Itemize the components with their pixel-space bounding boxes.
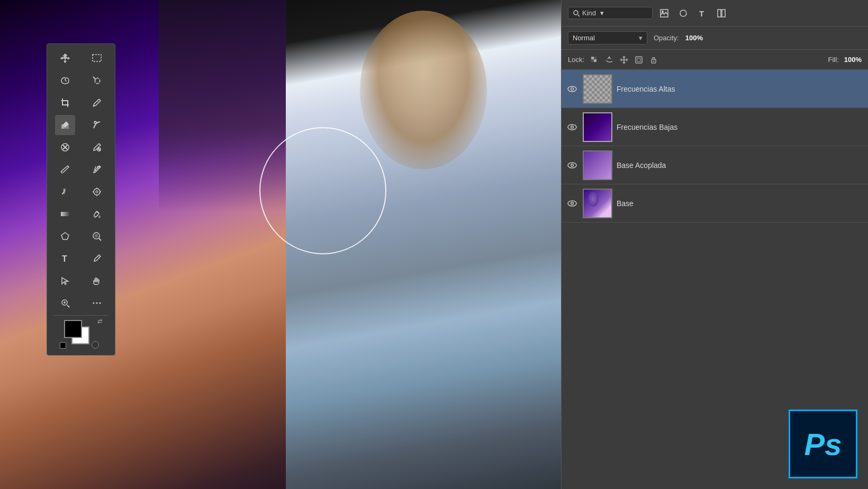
layer-item-frecuencias-bajas[interactable]: Frecuencias Bajas [562,108,868,146]
svg-point-37 [93,303,95,304]
man-face [360,11,487,170]
spot-heal-tool[interactable] [55,137,75,157]
color-swatch-area: ⇄ [60,318,102,349]
tool-separator [53,315,108,316]
lock-all-icon[interactable] [649,55,658,65]
brush-tool[interactable] [55,159,75,180]
svg-line-7 [97,101,99,102]
svg-point-61 [572,126,573,128]
blend-mode-select[interactable]: Normal ▾ [568,31,647,45]
svg-point-3 [97,77,98,78]
lock-transparent-pixels-icon[interactable] [590,55,599,65]
svg-line-41 [578,15,580,16]
quick-mask-icon[interactable] [92,341,99,349]
layer-name-base-acoplada: Base Acoplada [617,161,864,170]
lock-artboard-icon[interactable] [634,55,644,65]
svg-line-32 [98,256,100,257]
svg-rect-46 [718,10,721,17]
svg-point-55 [653,60,654,61]
opacity-label: Opacity: [654,34,679,42]
search-icon [573,10,580,17]
blend-mode-chevron: ▾ [639,34,643,42]
foreground-color-swatch[interactable] [64,320,82,338]
layer-item-frecuencias-altas[interactable]: Frecuencias Altas [562,70,868,108]
layer-visibility-base[interactable] [566,197,578,210]
reset-colors-icon[interactable] [60,342,66,349]
svg-point-5 [95,81,96,82]
zoom-tool[interactable] [55,293,75,313]
svg-line-2 [93,77,96,79]
svg-line-16 [98,148,100,150]
tool-row-12 [49,293,113,313]
svg-point-6 [97,83,98,84]
swap-colors-icon[interactable]: ⇄ [97,318,102,325]
red-eye-tool[interactable] [87,137,107,157]
svg-point-17 [61,172,64,174]
layer-visibility-base-acoplada[interactable] [566,159,578,172]
tool-row-9 [49,226,113,246]
tool-row-10: T [49,248,113,269]
svg-text:T: T [62,254,67,263]
tool-row-2 [49,70,113,91]
blur-tool[interactable] [87,182,107,202]
kind-chevron: ▾ [600,9,604,17]
text-tool[interactable]: T [55,248,75,269]
svg-rect-48 [591,57,594,59]
pen-tool[interactable] [87,248,107,269]
stamp-tool[interactable] [87,159,107,180]
layer-visibility-frecuencias-bajas[interactable] [566,121,578,134]
eyedropper-tool[interactable] [87,93,107,113]
svg-point-40 [574,11,578,15]
svg-rect-53 [637,58,640,61]
arrow-tool[interactable] [55,271,75,291]
svg-point-20 [95,190,98,193]
hand-tool[interactable] [87,271,107,291]
lock-image-pixels-icon[interactable] [604,55,614,65]
filter-type-icon[interactable]: T [695,6,710,21]
filter-shape-icon[interactable] [714,6,729,21]
fill-value[interactable]: 100% [844,56,862,64]
layer-thumb-frecuencias-altas [583,74,612,104]
svg-point-43 [662,11,664,13]
svg-point-30 [95,234,98,237]
tool-row-5 [49,137,113,157]
layers-toolbar: Kind ▾ T [562,0,868,26]
svg-point-4 [99,81,100,82]
svg-marker-27 [61,233,69,239]
svg-rect-49 [594,59,596,62]
lock-position-icon[interactable] [619,55,629,65]
layer-name-frecuencias-bajas: Frecuencias Bajas [617,123,864,131]
marquee-tool[interactable] [87,48,107,68]
svg-point-38 [96,303,98,304]
eraser-tool[interactable] [55,115,75,135]
svg-rect-47 [722,10,725,17]
history-brush-tool[interactable] [87,115,107,135]
svg-point-67 [572,202,573,204]
gradient-tool[interactable] [55,204,75,224]
bucket-tool[interactable] [87,204,107,224]
layer-visibility-frecuencias-altas[interactable] [566,83,578,95]
smudge-tool[interactable] [55,182,75,202]
opacity-value[interactable]: 100% [685,34,703,42]
more-tools[interactable] [87,293,107,313]
filter-adjustment-icon[interactable] [676,6,691,21]
svg-text:T: T [699,9,704,18]
svg-point-64 [572,164,573,166]
tool-row-11 [49,271,113,291]
magic-wand-tool[interactable] [87,70,107,91]
magnifier-shape-tool[interactable] [87,226,107,246]
layer-item-base-acoplada[interactable]: Base Acoplada [562,146,868,184]
layer-item-base[interactable]: Base [562,184,868,223]
tool-row-6 [49,159,113,180]
tool-row-7 [49,182,113,202]
filter-image-icon[interactable] [657,6,672,21]
svg-rect-51 [594,57,596,59]
crop-tool[interactable] [55,93,75,113]
fill-label: Fill: [828,56,839,64]
svg-point-26 [98,216,101,218]
kind-filter[interactable]: Kind ▾ [568,7,653,19]
move-tool[interactable] [55,48,75,68]
lasso-tool[interactable] [55,70,75,91]
svg-rect-50 [591,59,594,62]
polygon-tool[interactable] [55,226,75,246]
